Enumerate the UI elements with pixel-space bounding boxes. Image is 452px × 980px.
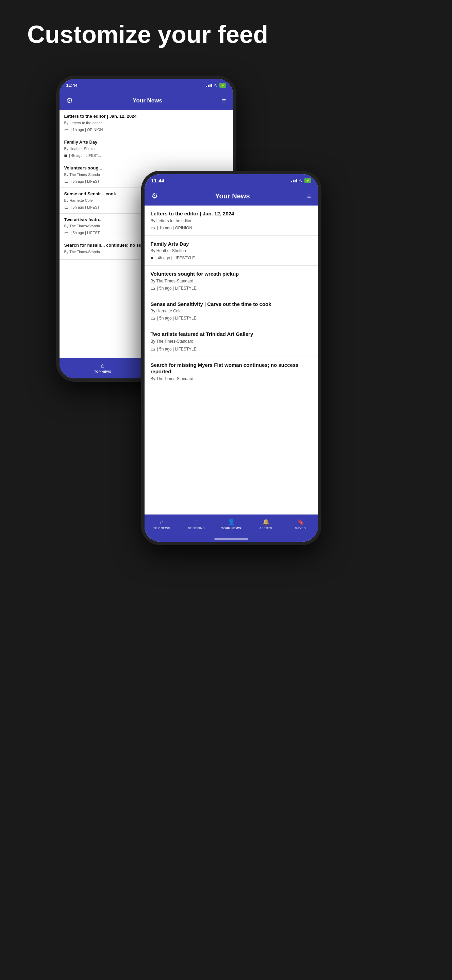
article-time: | 4h ago | LIFESTYLE [155, 256, 195, 260]
article-author: By The Times-Standard [151, 376, 312, 381]
article-time: | 5h ago | LIFEST... [71, 231, 103, 235]
wifi-icon-back: ∿ [214, 83, 218, 88]
bottom-nav-front: ⌂ TOP NEWS ≡ SECTIONS 👤 YOUR NEWS 🔔 ALER… [144, 514, 318, 535]
article-time: | 5h ago | LIFEST... [71, 205, 103, 209]
list-item[interactable]: Letters to the editor | Jan. 12, 2024 By… [144, 205, 318, 236]
bookmark-icon[interactable]: ▭ [151, 225, 155, 231]
filter-icon-back[interactable]: ≡ [222, 97, 226, 105]
sections-icon-front: ≡ [195, 519, 198, 526]
article-title: Letters to the editor | Jan. 12, 2024 [64, 114, 228, 119]
header-title-back: Your News [133, 97, 162, 104]
article-time: | 1h ago | OPINION [157, 226, 192, 231]
article-meta: ▭ | 1h ago | OPINION [64, 127, 228, 132]
article-title: Search for missing Myers Flat woman cont… [151, 362, 312, 375]
list-item[interactable]: Volunteers sought for wreath pickup By T… [144, 266, 318, 296]
list-item[interactable]: Search for missing Myers Flat woman cont… [144, 357, 318, 388]
bookmark-icon[interactable]: ■ [64, 153, 67, 158]
nav-top-news-label: TOP NEWS [153, 527, 170, 530]
article-author: By Heather Shelton [151, 248, 312, 253]
time-front: 11:44 [151, 178, 164, 183]
article-title: Two artists featured at Trinidad Art Gal… [151, 331, 312, 337]
nav-top-news-front[interactable]: ⌂ TOP NEWS [152, 519, 172, 530]
article-time: | 5h ago | LIFESTYLE [157, 347, 197, 352]
signal-icon-front [291, 178, 297, 182]
bookmark-icon[interactable]: ▭ [64, 179, 69, 184]
article-meta: ■ | 4h ago | LIFEST... [64, 153, 228, 158]
article-author: By The Times-Standard [151, 279, 312, 283]
article-author: By Letters to the editor [151, 218, 312, 223]
list-item[interactable]: Family Arts Day By Heather Shelton ■ | 4… [144, 236, 318, 266]
status-icons-front: ∿ ⚡ [291, 178, 311, 183]
nav-saved-front[interactable]: 🔖 SAVED [290, 518, 311, 530]
home-indicator [144, 535, 318, 542]
list-item[interactable]: Sense and Sensitivity | Carve out the ti… [144, 296, 318, 326]
article-time: | 1h ago | OPINION [71, 127, 103, 132]
nav-sections-front[interactable]: ≡ SECTIONS [186, 519, 207, 530]
article-title: Family Arts Day [151, 240, 312, 247]
article-meta: ▭ | 1h ago | OPINION [151, 225, 312, 231]
wifi-icon-front: ∿ [299, 178, 303, 183]
article-author: By Harriette Cole [151, 309, 312, 313]
status-bar-front: 11:44 ∿ ⚡ [144, 174, 318, 186]
bookmark-icon[interactable]: ▭ [64, 230, 69, 235]
article-time: | 5h ago | LIFESTYLE [157, 316, 197, 321]
nav-saved-label: SAVED [295, 527, 306, 530]
phone-front: 11:44 ∿ ⚡ ⚙ Your New [141, 171, 321, 545]
nav-alerts-label: ALERTS [260, 527, 273, 530]
phones-container: 11:44 ∿ ⚡ ⚙ Your New [39, 76, 413, 722]
settings-icon-back[interactable]: ⚙ [66, 96, 73, 105]
page-title: Customize your feed [0, 21, 452, 48]
list-item[interactable]: Letters to the editor | Jan. 12, 2024 By… [60, 110, 233, 136]
nav-alerts-front[interactable]: 🔔 ALERTS [256, 518, 276, 530]
article-time: | 5h ago | LIFEST... [71, 179, 103, 183]
bookmark-icon[interactable]: ▭ [151, 315, 155, 321]
list-item[interactable]: Two artists featured at Trinidad Art Gal… [144, 326, 318, 357]
bookmark-icon[interactable]: ▭ [64, 205, 69, 210]
bookmark-icon[interactable]: ■ [151, 255, 153, 261]
article-time: | 5h ago | LIFESTYLE [157, 286, 197, 291]
home-icon: ⌂ [101, 362, 105, 369]
article-author: By Letters to the editor [64, 121, 228, 125]
status-bar-back: 11:44 ∿ ⚡ [60, 79, 233, 91]
article-title: Letters to the editor | Jan. 12, 2024 [151, 210, 312, 217]
your-news-icon-front: 👤 [228, 518, 235, 526]
app-header-front: ⚙ Your News ≡ [144, 186, 318, 205]
article-meta: ▭ | 5h ago | LIFESTYLE [151, 315, 312, 321]
article-author: By The Times-Standard [151, 339, 312, 344]
nav-top-news-back[interactable]: ⌂ TOP NEWS [92, 362, 113, 373]
list-item[interactable]: Family Arts Day By Heather Shelton ■ | 4… [60, 136, 233, 162]
article-title: Family Arts Day [64, 140, 228, 145]
header-title-front: Your News [215, 192, 250, 200]
nav-your-news-label: YOUR NEWS [221, 527, 241, 530]
bookmark-icon[interactable]: ▭ [64, 127, 69, 132]
alerts-icon-front: 🔔 [262, 518, 270, 526]
bookmark-icon[interactable]: ▭ [151, 347, 155, 352]
home-bar [214, 538, 248, 540]
status-icons-back: ∿ ⚡ [206, 83, 226, 88]
home-icon-front: ⌂ [160, 519, 163, 526]
article-author: By Heather Shelton [64, 147, 228, 151]
filter-icon-front[interactable]: ≡ [307, 192, 311, 200]
article-meta: ▭ | 5h ago | LIFESTYLE [151, 285, 312, 291]
article-title: Sense and Sensitivity | Carve out the ti… [151, 301, 312, 308]
article-time: | 4h ago | LIFEST... [69, 153, 101, 158]
article-title: Volunteers sought for wreath pickup [151, 270, 312, 277]
time-back: 11:44 [66, 83, 78, 88]
bookmark-icon[interactable]: ▭ [151, 285, 155, 291]
saved-icon-front: 🔖 [297, 518, 305, 526]
article-meta: ▭ | 5h ago | LIFESTYLE [151, 347, 312, 352]
battery-icon-back: ⚡ [219, 83, 226, 88]
signal-icon-back [206, 83, 212, 87]
article-title: Volunteers soug... [64, 165, 228, 171]
settings-icon-front[interactable]: ⚙ [151, 192, 158, 200]
news-list-front: Letters to the editor | Jan. 12, 2024 By… [144, 205, 318, 514]
article-meta: ■ | 4h ago | LIFESTYLE [151, 255, 312, 261]
nav-sections-label: SECTIONS [188, 527, 205, 530]
battery-icon-front: ⚡ [305, 178, 311, 183]
app-header-back: ⚙ Your News ≡ [60, 91, 233, 110]
nav-your-news-front[interactable]: 👤 YOUR NEWS [221, 518, 241, 530]
